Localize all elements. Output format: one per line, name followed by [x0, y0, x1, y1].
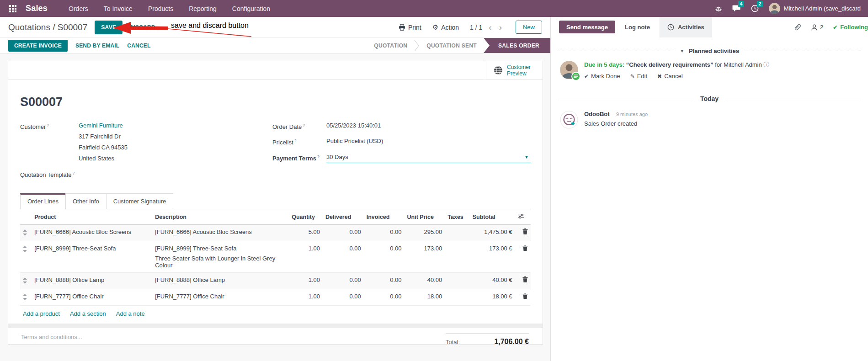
tab-customer-signature[interactable]: Customer Signature	[106, 193, 174, 209]
table-row[interactable]: [FURN_8888] Office Lamp [FURN_8888] Offi…	[20, 273, 531, 289]
description-cell[interactable]: [FURN_8888] Office Lamp	[152, 273, 289, 289]
tab-other-info[interactable]: Other Info	[65, 193, 107, 209]
apps-menu-icon[interactable]	[7, 3, 18, 14]
delete-row-icon[interactable]	[522, 276, 528, 282]
cancel-button[interactable]: CANCEL	[127, 42, 150, 49]
info-icon[interactable]: ⓘ	[763, 61, 769, 69]
drag-handle-icon[interactable]	[23, 229, 27, 236]
unit-price-cell[interactable]: 295.00	[405, 225, 445, 241]
send-message-button[interactable]: Send message	[559, 21, 615, 33]
delete-row-icon[interactable]	[522, 245, 528, 251]
address-line-1[interactable]: 317 Fairchild Dr	[79, 133, 128, 140]
quantity-cell[interactable]: 1.00	[289, 241, 323, 273]
help-marker: ?	[303, 123, 305, 127]
pager-previous-icon[interactable]: ‹	[488, 23, 492, 32]
description-cell[interactable]: [FURN_6666] Acoustic Bloc Screens	[152, 225, 289, 241]
quotation-template-field[interactable]: Quotation Template?	[20, 170, 272, 179]
printer-icon	[399, 24, 405, 31]
address-line-2[interactable]: Fairfield CA 94535	[79, 143, 128, 151]
description-cell[interactable]: [FURN_8999] Three-Seat Sofa Three Seater…	[152, 241, 289, 273]
add-a-note-link[interactable]: Add a note	[116, 310, 145, 317]
attach-files-button[interactable]	[794, 23, 801, 31]
quantity-cell[interactable]: 1.00	[289, 273, 323, 289]
delivered-cell[interactable]: 0.00	[323, 289, 364, 306]
send-by-email-button[interactable]: SEND BY EMAIL	[75, 42, 119, 49]
taxes-cell[interactable]	[445, 241, 469, 273]
quantity-cell[interactable]: 5.00	[289, 225, 323, 241]
drag-handle-icon[interactable]	[23, 277, 27, 284]
taxes-cell[interactable]	[445, 273, 469, 289]
help-marker: ?	[73, 171, 75, 175]
pricelist-value[interactable]: Public Pricelist (USD)	[326, 137, 383, 146]
address-line-3[interactable]: United States	[79, 154, 128, 162]
menu-configuration[interactable]: Configuration	[231, 3, 271, 14]
product-cell[interactable]: [FURN_8999] Three-Seat Sofa	[32, 241, 152, 273]
state-quotation[interactable]: QUOTATION	[367, 38, 414, 53]
invoiced-cell[interactable]: 0.00	[364, 273, 405, 289]
followers-button[interactable]: 2	[811, 24, 823, 31]
unit-price-cell[interactable]: 173.00	[405, 241, 445, 273]
menu-orders[interactable]: Orders	[68, 3, 89, 14]
invoiced-cell[interactable]: 0.00	[364, 225, 405, 241]
print-button[interactable]: Print	[399, 24, 421, 31]
product-cell[interactable]: [FURN_8888] Office Lamp	[32, 273, 152, 289]
delivered-cell[interactable]: 0.00	[323, 273, 364, 289]
menu-reporting[interactable]: Reporting	[188, 3, 218, 14]
delivered-cell[interactable]: 0.00	[323, 225, 364, 241]
product-cell[interactable]: [FURN_7777] Office Chair	[32, 289, 152, 306]
cancel-activity-button[interactable]: ✖Cancel	[657, 73, 683, 80]
table-row[interactable]: [FURN_7777] Office Chair [FURN_7777] Off…	[20, 289, 531, 306]
activities-tab-button[interactable]: Activities	[660, 17, 712, 37]
save-button[interactable]: SAVE	[95, 21, 122, 34]
chatter-message: OdooBot - 9 minutes ago Sales Order crea…	[551, 110, 868, 130]
new-button[interactable]: New	[516, 21, 542, 34]
order-date-value[interactable]: 05/25/2023 15:40:01	[326, 122, 381, 131]
tab-order-lines[interactable]: Order Lines	[20, 193, 66, 209]
breadcrumb[interactable]: Quotations / S00007	[8, 22, 87, 32]
menu-products[interactable]: Products	[147, 3, 174, 14]
log-note-button[interactable]: Log note	[615, 17, 660, 37]
terms-and-conditions-placeholder[interactable]: Terms and conditions...	[21, 334, 82, 340]
state-quotation-sent[interactable]: QUOTATION SENT	[420, 38, 484, 53]
add-a-section-link[interactable]: Add a section	[70, 310, 106, 317]
invoiced-cell[interactable]: 0.00	[364, 289, 405, 306]
unit-price-cell[interactable]: 40.00	[405, 273, 445, 289]
create-invoice-button[interactable]: CREATE INVOICE	[8, 40, 68, 52]
payment-terms-input[interactable]: 30 Days ▼	[326, 153, 531, 163]
delete-row-icon[interactable]	[522, 228, 528, 234]
user-menu[interactable]: Mitchell Admin (save_discard	[769, 3, 861, 14]
message-author[interactable]: OdooBot	[584, 111, 610, 117]
delivered-cell[interactable]: 0.00	[323, 241, 364, 273]
planned-activities-header[interactable]: ▼ Planned activities	[558, 48, 861, 54]
table-row[interactable]: [FURN_8999] Three-Seat Sofa [FURN_8999] …	[20, 241, 531, 273]
payment-terms-label: Payment Terms?	[272, 153, 326, 163]
unit-price-cell[interactable]: 18.00	[405, 289, 445, 306]
state-sales-order[interactable]: SALES ORDER	[484, 38, 550, 53]
drag-handle-icon[interactable]	[23, 246, 27, 252]
quantity-cell[interactable]: 1.00	[289, 289, 323, 306]
product-cell[interactable]: [FURN_6666] Acoustic Bloc Screens	[32, 225, 152, 241]
mark-done-button[interactable]: ✔Mark Done	[584, 73, 620, 80]
invoiced-cell[interactable]: 0.00	[364, 241, 405, 273]
dropdown-caret-icon[interactable]: ▼	[524, 153, 531, 161]
action-button[interactable]: ⚙ Action	[432, 23, 459, 32]
table-row[interactable]: [FURN_6666] Acoustic Bloc Screens [FURN_…	[20, 225, 531, 241]
following-button[interactable]: ✔ Following	[833, 24, 868, 31]
drag-handle-icon[interactable]	[23, 294, 27, 300]
messages-icon-button[interactable]: 4	[732, 5, 741, 12]
delete-row-icon[interactable]	[522, 293, 528, 299]
taxes-cell[interactable]	[445, 289, 469, 306]
menu-to-invoice[interactable]: To Invoice	[103, 3, 133, 14]
app-name[interactable]: Sales	[26, 4, 48, 13]
taxes-cell[interactable]	[445, 225, 469, 241]
customer-link[interactable]: Gemini Furniture	[79, 122, 123, 129]
optional-columns-icon[interactable]	[518, 213, 524, 219]
pager-next-icon[interactable]: ›	[498, 23, 503, 32]
discard-button[interactable]: DISCARD	[129, 24, 155, 31]
description-cell[interactable]: [FURN_7777] Office Chair	[152, 289, 289, 306]
customer-preview-button[interactable]: Customer Preview	[486, 61, 543, 79]
debug-bug-icon[interactable]	[715, 5, 722, 12]
add-a-product-link[interactable]: Add a product	[23, 310, 60, 317]
activities-icon-button[interactable]: 2	[751, 5, 759, 12]
edit-activity-button[interactable]: ✎Edit	[630, 73, 647, 80]
